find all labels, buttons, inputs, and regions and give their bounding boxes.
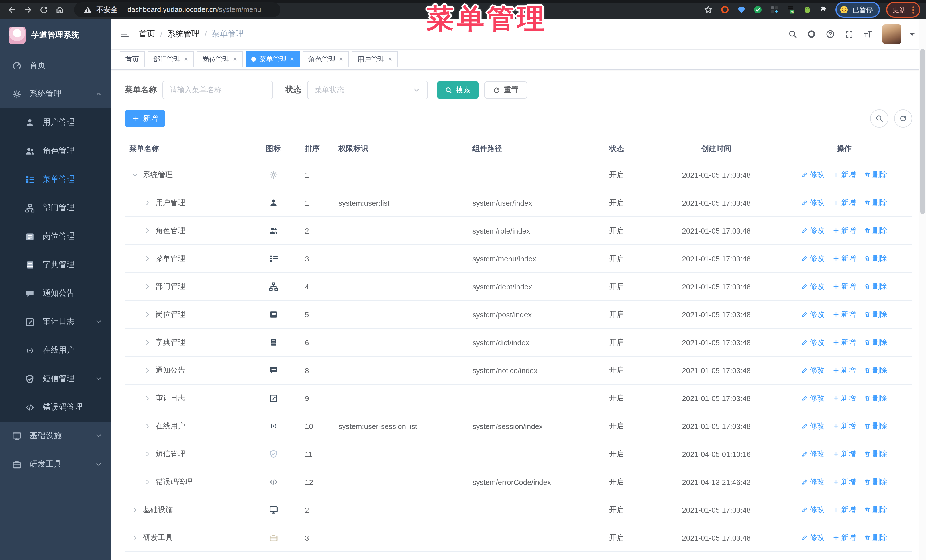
- tab-用户管理[interactable]: 用户管理×: [352, 51, 398, 67]
- add-link[interactable]: 新增: [832, 281, 856, 292]
- edit-link[interactable]: 修改: [801, 477, 825, 487]
- expand-caret-icon[interactable]: [132, 172, 139, 178]
- close-icon[interactable]: ×: [233, 56, 237, 63]
- add-link[interactable]: 新增: [832, 477, 856, 487]
- add-button[interactable]: 新增: [125, 110, 165, 127]
- add-link[interactable]: 新增: [832, 309, 856, 320]
- expand-caret-icon[interactable]: [132, 506, 139, 513]
- edit-link[interactable]: 修改: [801, 505, 825, 515]
- fullscreen-icon[interactable]: [844, 30, 853, 39]
- breadcrumb-item[interactable]: 系统管理: [168, 29, 200, 39]
- back-icon[interactable]: [6, 3, 18, 16]
- tab-部门管理[interactable]: 部门管理×: [148, 51, 194, 67]
- edit-link[interactable]: 修改: [801, 365, 825, 376]
- delete-link[interactable]: 删除: [864, 337, 887, 347]
- reload-icon[interactable]: [38, 3, 50, 16]
- sidebar-item-菜单管理[interactable]: 菜单管理: [0, 165, 111, 194]
- update-button[interactable]: 更新: [886, 2, 920, 18]
- sidebar-item-基础设施[interactable]: 基础设施: [0, 421, 111, 450]
- edit-link[interactable]: 修改: [801, 254, 825, 264]
- github-icon[interactable]: [807, 30, 816, 39]
- expand-caret-icon[interactable]: [144, 451, 152, 457]
- close-icon[interactable]: ×: [388, 56, 392, 63]
- edit-link[interactable]: 修改: [801, 226, 825, 236]
- close-icon[interactable]: ×: [184, 56, 188, 63]
- tab-菜单管理[interactable]: 菜单管理×: [246, 51, 300, 67]
- add-link[interactable]: 新增: [832, 533, 856, 543]
- extension-check-icon[interactable]: [753, 5, 763, 15]
- scrollbar-thumb[interactable]: [920, 49, 925, 214]
- extension-gem-icon[interactable]: [736, 5, 746, 15]
- expand-caret-icon[interactable]: [144, 311, 152, 318]
- add-link[interactable]: 新增: [832, 226, 856, 236]
- home-icon[interactable]: [54, 3, 66, 16]
- delete-link[interactable]: 删除: [864, 309, 887, 320]
- expand-caret-icon[interactable]: [144, 395, 152, 402]
- edit-link[interactable]: 修改: [801, 533, 825, 543]
- address-bar[interactable]: 不安全 dashboard.yudao.iocoder.cn/system/me…: [74, 2, 280, 17]
- sidebar-item-岗位管理[interactable]: 岗位管理: [0, 222, 111, 251]
- expand-caret-icon[interactable]: [132, 534, 139, 541]
- sidebar-item-审计日志[interactable]: 审计日志: [0, 308, 111, 336]
- help-icon[interactable]: [826, 30, 835, 39]
- expand-caret-icon[interactable]: [144, 199, 152, 206]
- edit-link[interactable]: 修改: [801, 449, 825, 459]
- delete-link[interactable]: 删除: [864, 421, 887, 431]
- edit-link[interactable]: 修改: [801, 281, 825, 292]
- edit-link[interactable]: 修改: [801, 198, 825, 208]
- puzzle-icon[interactable]: [819, 5, 829, 15]
- kebab-menu-icon[interactable]: [912, 6, 914, 14]
- delete-link[interactable]: 删除: [864, 198, 887, 208]
- extension-frog-icon[interactable]: [802, 5, 813, 15]
- font-size-icon[interactable]: [863, 30, 872, 39]
- add-link[interactable]: 新增: [832, 254, 856, 264]
- sidebar-item-用户管理[interactable]: 用户管理: [0, 108, 111, 137]
- sidebar-item-通知公告[interactable]: 通知公告: [0, 279, 111, 308]
- extension-on-icon[interactable]: on: [786, 5, 796, 15]
- extension-ring-icon[interactable]: [720, 5, 730, 15]
- expand-caret-icon[interactable]: [144, 423, 152, 430]
- add-link[interactable]: 新增: [832, 365, 856, 376]
- extension-grid-icon[interactable]: [769, 5, 779, 15]
- expand-caret-icon[interactable]: [144, 367, 152, 374]
- tab-岗位管理[interactable]: 岗位管理×: [197, 51, 243, 67]
- delete-link[interactable]: 删除: [864, 533, 887, 543]
- breadcrumb-item[interactable]: 首页: [139, 29, 155, 39]
- caret-down-icon[interactable]: [908, 30, 917, 39]
- tab-角色管理[interactable]: 角色管理×: [303, 51, 349, 67]
- add-link[interactable]: 新增: [832, 393, 856, 403]
- search-icon[interactable]: [788, 30, 797, 39]
- toggle-search-button[interactable]: [870, 109, 888, 128]
- edit-link[interactable]: 修改: [801, 421, 825, 431]
- sidebar-item-研发工具[interactable]: 研发工具: [0, 450, 111, 478]
- add-link[interactable]: 新增: [832, 505, 856, 515]
- edit-link[interactable]: 修改: [801, 309, 825, 320]
- expand-caret-icon[interactable]: [144, 478, 152, 485]
- sidebar-item-部门管理[interactable]: 部门管理: [0, 194, 111, 222]
- status-select[interactable]: 菜单状态: [307, 81, 428, 99]
- logo[interactable]: 芋道管理系统: [0, 20, 111, 51]
- add-link[interactable]: 新增: [832, 198, 856, 208]
- delete-link[interactable]: 删除: [864, 505, 887, 515]
- sidebar-item-首页[interactable]: 首页: [0, 51, 111, 80]
- tab-首页[interactable]: 首页: [120, 51, 145, 67]
- sidebar-item-短信管理[interactable]: 短信管理: [0, 365, 111, 393]
- sidebar-item-错误码管理[interactable]: 错误码管理: [0, 393, 111, 421]
- expand-caret-icon[interactable]: [144, 283, 152, 290]
- add-link[interactable]: 新增: [832, 170, 856, 180]
- search-button[interactable]: 搜索: [437, 82, 479, 98]
- sidebar-item-系统管理[interactable]: 系统管理: [0, 80, 111, 108]
- add-link[interactable]: 新增: [832, 449, 856, 459]
- menu-name-input[interactable]: 请输入菜单名称: [162, 81, 273, 99]
- expand-caret-icon[interactable]: [144, 227, 152, 234]
- delete-link[interactable]: 删除: [864, 170, 887, 180]
- expand-caret-icon[interactable]: [144, 255, 152, 262]
- delete-link[interactable]: 删除: [864, 365, 887, 376]
- add-link[interactable]: 新增: [832, 337, 856, 347]
- edit-link[interactable]: 修改: [801, 337, 825, 347]
- close-icon[interactable]: ×: [290, 56, 294, 63]
- close-icon[interactable]: ×: [339, 56, 343, 63]
- delete-link[interactable]: 删除: [864, 254, 887, 264]
- reset-button[interactable]: 重置: [484, 82, 527, 98]
- sidebar-item-在线用户[interactable]: 在线用户: [0, 336, 111, 365]
